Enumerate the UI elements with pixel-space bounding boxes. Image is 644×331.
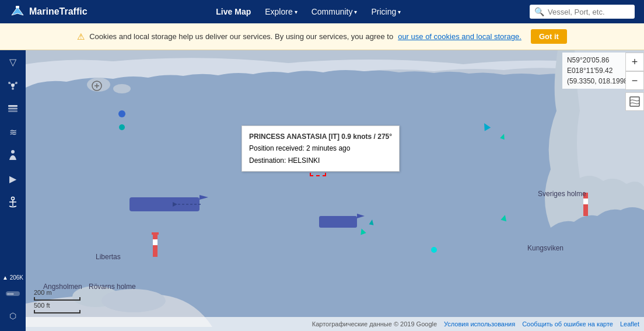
header: MarineTraffic Live Map Explore ▾ Communi…: [0, 0, 644, 23]
tooltip-destination: Destination: HELSINKI: [249, 155, 392, 166]
person-icon: [8, 149, 18, 161]
ship-tooltip: PRINCESS ANASTASIA [IT] 0.9 knots / 275°…: [242, 126, 400, 172]
svg-text:∞∞: ∞∞: [7, 291, 14, 297]
svg-rect-35: [130, 197, 200, 211]
scale-feet: 500 ft: [34, 302, 80, 309]
traffic-badge: ▲ 206K: [2, 274, 23, 281]
network-icon: [8, 80, 18, 90]
decimal-coords: (59.3350, 018.1998): [567, 76, 630, 86]
scale-meters: 200 m: [34, 289, 80, 296]
left-sidebar: 🔍 ▽ ≋ ▶: [0, 23, 26, 331]
longitude: E018°11'59.42: [567, 65, 630, 76]
svg-rect-25: [152, 232, 159, 235]
svg-rect-9: [8, 105, 18, 107]
logo-icon: [9, 4, 26, 20]
sidebar-bottom: ▲ 206K ∞∞ ⬡: [2, 274, 23, 331]
svg-rect-28: [583, 193, 588, 198]
svg-rect-1: [16, 6, 19, 8]
coords-display: N59°20'05.86 E018°11'59.42 (59.3350, 018…: [562, 53, 635, 89]
search-icon: 🔍: [534, 7, 544, 16]
svg-rect-11: [8, 110, 18, 112]
nav-community[interactable]: Community ▾: [306, 5, 363, 19]
logo[interactable]: MarineTraffic: [9, 4, 88, 20]
svg-rect-39: [319, 216, 357, 228]
sidebar-filter-btn[interactable]: ▽: [4, 53, 22, 71]
report-error-link[interactable]: Сообщить об ошибке на карте: [522, 320, 613, 327]
terms-link[interactable]: Условия использования: [444, 320, 515, 327]
community-chevron: ▾: [354, 9, 357, 15]
svg-point-18: [87, 78, 110, 92]
sidebar-network-btn[interactable]: [4, 76, 22, 95]
svg-point-29: [118, 110, 125, 117]
sidebar-wind-btn[interactable]: ≋: [4, 123, 22, 141]
nav-live-map[interactable]: Live Map: [210, 5, 257, 19]
pricing-chevron: ▾: [398, 9, 401, 15]
svg-rect-23: [153, 239, 158, 245]
toggle-icon: ∞∞: [6, 290, 20, 298]
scale-line-feet: [34, 310, 80, 313]
leaflet-link[interactable]: Leaflet: [620, 320, 639, 327]
svg-rect-26: [583, 204, 588, 216]
sidebar-person-btn[interactable]: [4, 146, 22, 165]
google-attribution: Картографические данные © 2019 Google: [312, 320, 437, 327]
svg-rect-27: [583, 198, 588, 204]
svg-rect-22: [153, 245, 158, 257]
svg-point-12: [11, 150, 15, 154]
svg-point-19: [113, 84, 131, 93]
sidebar-layers-btn[interactable]: [4, 99, 22, 118]
warning-icon: ⚠: [77, 32, 85, 42]
cookie-link[interactable]: our use of cookies and local storage.: [398, 32, 522, 41]
nav-pricing[interactable]: Pricing ▾: [365, 5, 407, 19]
main-nav: Live Map Explore ▾ Community ▾ Pricing ▾: [88, 5, 530, 19]
svg-marker-0: [12, 7, 23, 15]
sidebar-play-btn[interactable]: ▶: [4, 169, 22, 188]
svg-point-13: [12, 197, 15, 200]
zoom-out-button[interactable]: −: [625, 71, 644, 90]
zoom-in-button[interactable]: +: [625, 53, 644, 71]
map[interactable]: PRINCESS ANASTASIA [IT] 0.9 knots / 275°…: [26, 23, 644, 331]
svg-rect-10: [8, 108, 18, 110]
sidebar-anchor-btn[interactable]: [4, 193, 22, 211]
sidebar-toggle-btn[interactable]: ∞∞: [4, 284, 22, 303]
layers-icon: [8, 104, 18, 113]
search-input[interactable]: [548, 8, 630, 16]
sidebar-collapse-btn[interactable]: ⬡: [4, 306, 22, 325]
svg-point-30: [119, 124, 125, 130]
cookie-banner: ⚠ Cookies and local storage help us deli…: [0, 23, 644, 50]
cookie-text: Cookies and local storage help us delive…: [89, 32, 393, 41]
svg-point-33: [431, 247, 437, 253]
svg-point-21: [102, 289, 166, 312]
got-it-button[interactable]: Got it: [531, 29, 567, 44]
map-type-button[interactable]: [625, 92, 644, 111]
scale-bar: 200 m 500 ft: [34, 289, 80, 313]
tooltip-position: Position received: 2 minutes ago: [249, 142, 392, 154]
svg-rect-46: [630, 97, 639, 106]
explore-chevron: ▾: [295, 9, 298, 15]
zoom-controls: + −: [625, 53, 644, 90]
scale-line-meters: [34, 297, 80, 301]
logo-text: MarineTraffic: [29, 6, 88, 17]
search-box[interactable]: 🔍: [530, 5, 635, 19]
map-attribution: Картографические данные © 2019 Google Ус…: [26, 317, 644, 331]
latitude: N59°20'05.86: [567, 55, 630, 65]
anchor-icon: [8, 196, 18, 208]
map-svg: [26, 23, 644, 331]
tooltip-title: PRINCESS ANASTASIA [IT] 0.9 knots / 275°: [249, 131, 392, 142]
nav-explore[interactable]: Explore ▾: [259, 5, 303, 19]
map-icon: [629, 96, 640, 107]
